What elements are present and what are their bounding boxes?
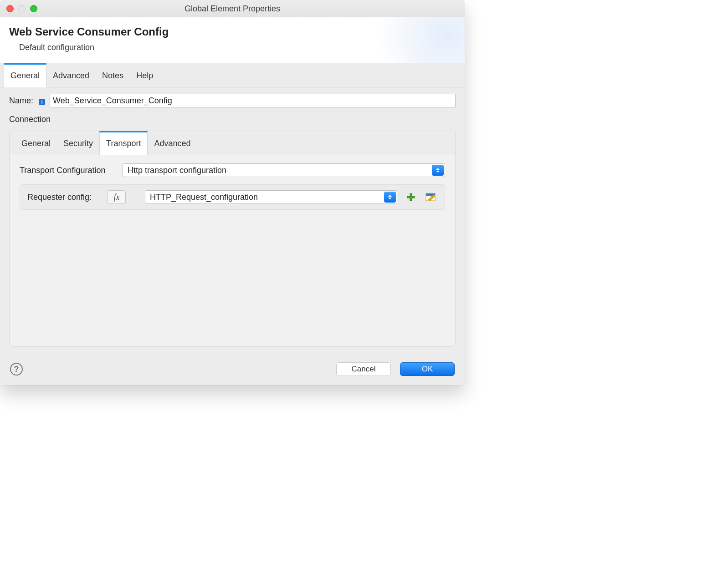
chevron-updown-icon xyxy=(384,192,396,203)
name-label: Name: xyxy=(9,96,33,106)
svg-rect-1 xyxy=(407,196,415,198)
inner-tab-security[interactable]: Security xyxy=(57,131,99,155)
add-button[interactable] xyxy=(405,191,417,203)
page-title: Web Service Consumer Config xyxy=(9,25,456,38)
edit-button[interactable] xyxy=(425,191,437,203)
info-icon: i xyxy=(39,99,45,105)
tab-notes[interactable]: Notes xyxy=(96,63,130,87)
header-panel: Web Service Consumer Config Default conf… xyxy=(0,17,465,63)
inner-tab-general[interactable]: General xyxy=(15,131,57,155)
inner-tab-bar: General Security Transport Advanced xyxy=(10,131,455,155)
transport-config-row: Transport Configuration Http transport c… xyxy=(20,163,445,177)
plus-icon xyxy=(406,192,416,202)
connection-section-label: Connection xyxy=(9,115,456,124)
transport-config-label: Transport Configuration xyxy=(20,166,115,175)
help-icon[interactable]: ? xyxy=(10,363,23,376)
content-area: Name: i Connection General Security Tran… xyxy=(0,87,465,356)
tab-label: Notes xyxy=(102,71,123,80)
tab-help[interactable]: Help xyxy=(130,63,159,87)
connection-panel: General Security Transport Advanced Tran… xyxy=(9,131,456,347)
requester-config-row: Requester config: fx HTTP_Request_config… xyxy=(20,184,445,210)
footer-buttons: Cancel OK xyxy=(336,362,455,376)
outer-tab-bar: General Advanced Notes Help xyxy=(0,63,465,87)
name-row: Name: i xyxy=(9,94,456,107)
dialog-window: Global Element Properties Web Service Co… xyxy=(0,0,465,385)
pencil-note-icon xyxy=(426,192,436,202)
tab-label: General xyxy=(21,139,51,148)
window-title: Global Element Properties xyxy=(0,4,465,14)
name-input[interactable] xyxy=(50,94,456,107)
fx-label: fx xyxy=(114,193,120,202)
select-value: Http transport configuration xyxy=(128,166,226,175)
tab-advanced[interactable]: Advanced xyxy=(46,63,96,87)
tab-label: Help xyxy=(136,71,153,80)
tab-label: Advanced xyxy=(154,139,190,148)
expression-fx-button[interactable]: fx xyxy=(108,190,126,204)
transport-config-select[interactable]: Http transport configuration xyxy=(123,163,445,177)
button-label: OK xyxy=(422,365,433,374)
inner-tab-advanced[interactable]: Advanced xyxy=(148,131,197,155)
chevron-updown-icon xyxy=(432,165,444,176)
inner-tab-transport[interactable]: Transport xyxy=(99,131,148,155)
tab-label: General xyxy=(10,71,40,80)
page-subtitle: Default configuration xyxy=(19,43,456,52)
tab-general[interactable]: General xyxy=(4,63,46,87)
tab-label: Security xyxy=(63,139,93,148)
cancel-button[interactable]: Cancel xyxy=(336,362,391,376)
inner-body: Transport Configuration Http transport c… xyxy=(10,155,455,346)
footer: ? Cancel OK xyxy=(0,356,465,385)
requester-config-label: Requester config: xyxy=(27,193,100,202)
ok-button[interactable]: OK xyxy=(400,362,455,376)
requester-config-select[interactable]: HTTP_Request_configuration xyxy=(145,190,397,204)
tab-label: Transport xyxy=(106,139,141,148)
select-value: HTTP_Request_configuration xyxy=(150,193,258,202)
titlebar: Global Element Properties xyxy=(0,0,465,17)
button-label: Cancel xyxy=(352,365,376,374)
tab-label: Advanced xyxy=(53,71,89,80)
